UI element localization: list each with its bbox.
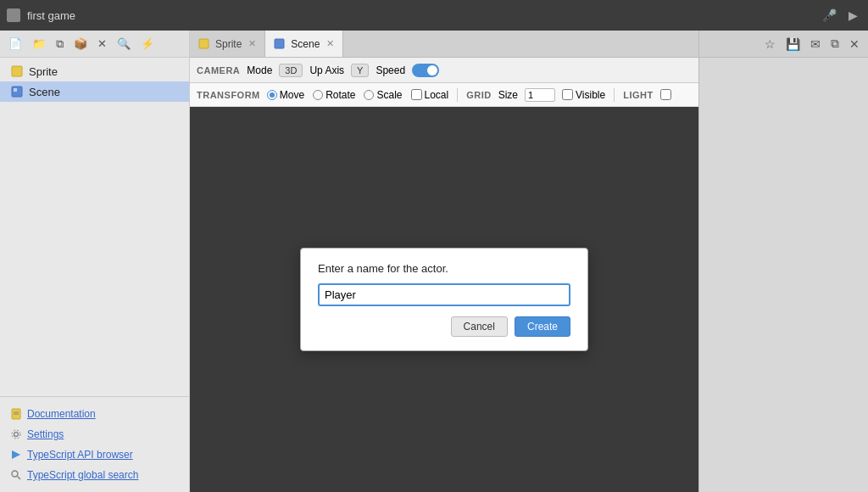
transform-label: TRANSFORM xyxy=(197,90,260,100)
move-radio-circle xyxy=(267,90,277,100)
app-icon xyxy=(7,8,20,22)
sprite-tab-close[interactable]: ✕ xyxy=(248,38,256,49)
toggle-knob xyxy=(427,65,437,75)
play-icon[interactable]: ▶ xyxy=(845,7,861,24)
typescript-search-link[interactable]: TypeScript global search xyxy=(0,465,189,485)
sidebar-item-scene[interactable]: Scene xyxy=(0,81,189,102)
new-file-button[interactable]: 📄 xyxy=(5,36,25,52)
svg-point-8 xyxy=(12,430,20,439)
api-icon xyxy=(10,449,22,461)
filter-button[interactable]: ⚡ xyxy=(137,36,158,52)
save-icon[interactable]: 💾 xyxy=(782,36,804,53)
rotate-label: Rotate xyxy=(326,89,355,101)
mode-label: Mode xyxy=(247,64,272,76)
tab-sprite-label: Sprite xyxy=(215,38,242,50)
sidebar-item-scene-label: Scene xyxy=(29,86,60,98)
main-layout: 📄 📁 ⧉ 📦 ✕ 🔍 ⚡ Sprite Scene xyxy=(0,31,868,492)
sidebar-footer: Documentation Settings TypeScript API br… xyxy=(0,396,189,492)
tab-scene-label: Scene xyxy=(291,38,320,50)
light-checkbox-input[interactable] xyxy=(660,89,671,100)
svg-rect-3 xyxy=(14,88,17,92)
star-icon[interactable]: ☆ xyxy=(761,36,779,53)
search-icon xyxy=(10,469,22,481)
visible-checkbox[interactable]: Visible xyxy=(562,89,605,101)
dialog-buttons: Cancel Create xyxy=(318,316,570,337)
sidebar-item-sprite[interactable]: Sprite xyxy=(0,61,189,81)
settings-link[interactable]: Settings xyxy=(0,424,189,444)
window-title: first game xyxy=(27,9,812,22)
sprite-tab-icon xyxy=(198,38,210,50)
local-label: Local xyxy=(425,89,449,101)
typescript-api-link[interactable]: TypeScript API browser xyxy=(0,444,189,465)
svg-rect-12 xyxy=(199,39,209,48)
sidebar-items: Sprite Scene xyxy=(0,58,189,396)
svg-rect-1 xyxy=(12,66,22,76)
camera-label: CAMERA xyxy=(197,65,240,75)
doc-icon xyxy=(10,408,22,420)
tab-sprite[interactable]: Sprite ✕ xyxy=(190,31,265,57)
visible-label: Visible xyxy=(576,89,605,101)
toolbar-divider-2 xyxy=(614,88,615,102)
mail-icon[interactable]: ✉ xyxy=(807,36,824,53)
up-axis-label: Up Axis xyxy=(309,64,344,76)
svg-line-11 xyxy=(18,477,21,480)
sidebar-toolbar: 📄 📁 ⧉ 📦 ✕ 🔍 ⚡ xyxy=(0,31,189,58)
scale-label: Scale xyxy=(376,89,402,101)
typescript-search-label: TypeScript global search xyxy=(27,469,138,481)
dialog-overlay: Enter a name for the actor. Cancel Creat… xyxy=(190,107,698,492)
typescript-api-label: TypeScript API browser xyxy=(27,449,133,461)
search-button[interactable]: 🔍 xyxy=(114,36,134,52)
duplicate-button[interactable]: ⧉ xyxy=(53,36,67,53)
microphone-icon[interactable]: 🎤 xyxy=(819,7,840,24)
window-controls: 🎤 ▶ xyxy=(819,7,861,24)
scale-radio-circle xyxy=(364,90,374,100)
documentation-label: Documentation xyxy=(27,408,96,420)
scene-tab-close[interactable]: ✕ xyxy=(326,38,334,49)
svg-point-10 xyxy=(12,471,18,477)
svg-marker-9 xyxy=(12,450,20,459)
size-label: Size xyxy=(498,89,518,101)
settings-label: Settings xyxy=(27,428,64,440)
actor-name-dialog: Enter a name for the actor. Cancel Creat… xyxy=(300,248,588,351)
title-bar: first game 🎤 ▶ xyxy=(0,0,868,31)
new-folder-button[interactable]: 📁 xyxy=(29,36,49,52)
rotate-radio-circle xyxy=(313,90,323,100)
local-checkbox[interactable]: Local xyxy=(411,89,449,101)
camera-toolbar: CAMERA Mode 3D Up Axis Y Speed xyxy=(190,58,698,83)
right-panel: ☆ 💾 ✉ ⧉ ✕ xyxy=(698,31,868,492)
cancel-button[interactable]: Cancel xyxy=(451,316,508,337)
rotate-radio[interactable]: Rotate xyxy=(313,89,355,101)
move-radio[interactable]: Move xyxy=(267,89,304,101)
mode-3d-button[interactable]: 3D xyxy=(279,64,303,77)
light-label: LIGHT xyxy=(623,90,654,100)
scene-tab-icon xyxy=(274,38,286,50)
scene-icon xyxy=(10,85,24,98)
delete-button[interactable]: ✕ xyxy=(94,36,110,52)
package-button[interactable]: 📦 xyxy=(70,36,91,52)
up-axis-value-button[interactable]: Y xyxy=(351,64,369,77)
sprite-icon xyxy=(10,64,24,78)
transform-radio-group: Move Rotate Scale Local xyxy=(267,89,448,101)
tab-scene[interactable]: Scene ✕ xyxy=(265,31,343,57)
speed-label: Speed xyxy=(376,64,405,76)
visible-checkbox-input[interactable] xyxy=(562,89,573,100)
documentation-link[interactable]: Documentation xyxy=(0,404,189,424)
settings-icon xyxy=(10,428,22,440)
svg-rect-13 xyxy=(275,39,284,48)
dialog-title: Enter a name for the actor. xyxy=(318,262,570,275)
actor-name-input[interactable] xyxy=(318,283,570,306)
svg-point-7 xyxy=(14,433,19,437)
panel-close-icon[interactable]: ✕ xyxy=(846,36,863,53)
grid-label: GRID xyxy=(466,90,492,100)
create-button[interactable]: Create xyxy=(515,316,570,337)
scale-radio[interactable]: Scale xyxy=(364,89,402,101)
local-checkbox-input[interactable] xyxy=(411,89,422,100)
toolbar-divider-1 xyxy=(457,88,458,102)
right-panel-toolbar: ☆ 💾 ✉ ⧉ ✕ xyxy=(699,31,868,58)
copy-icon[interactable]: ⧉ xyxy=(827,35,843,53)
transform-bar: TRANSFORM Move Rotate Scale Local xyxy=(190,83,698,107)
grid-size-input[interactable] xyxy=(525,88,555,102)
speed-toggle[interactable] xyxy=(412,64,439,77)
svg-point-0 xyxy=(9,11,18,20)
scene-canvas[interactable]: Enter a name for the actor. Cancel Creat… xyxy=(190,107,698,492)
